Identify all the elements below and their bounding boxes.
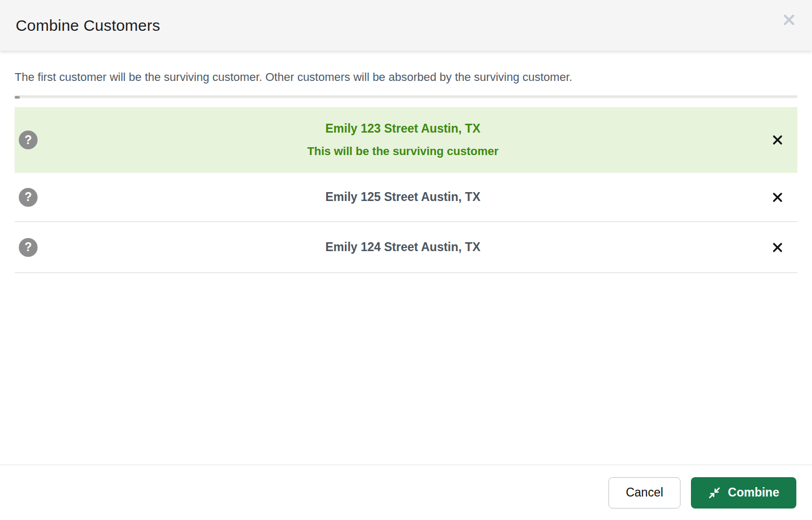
customer-info: Emily 123 Street Austin, TX This will be… [38,122,768,158]
remove-customer-icon[interactable] [768,131,787,149]
horizontal-scrollbar[interactable] [15,96,797,98]
cancel-button-label: Cancel [626,486,663,500]
customer-name: Emily 123 Street Austin, TX [48,122,758,136]
combine-customers-modal: Combine Customers The first customer wil… [0,0,812,273]
x-remove-glyph [772,192,783,203]
converging-arrows-icon [708,487,721,499]
modal-body: The first customer will be the surviving… [0,69,812,273]
close-icon[interactable] [780,10,798,29]
modal-description: The first customer will be the surviving… [15,69,797,85]
customer-row: ? Emily 124 Street Austin, TX [15,222,797,273]
cancel-button[interactable]: Cancel [608,477,680,509]
modal-footer: Cancel Combine [0,465,812,520]
question-mark-icon[interactable]: ? [19,238,38,257]
customer-info: Emily 124 Street Austin, TX [38,240,768,254]
question-mark-icon[interactable]: ? [19,188,38,207]
customer-row-surviving: ? Emily 123 Street Austin, TX This will … [15,107,797,173]
x-remove-glyph [772,134,783,146]
modal-header: Combine Customers [0,0,812,51]
combine-button[interactable]: Combine [691,477,796,509]
remove-customer-icon[interactable] [768,188,787,207]
remove-customer-icon[interactable] [768,238,787,257]
customer-row: ? Emily 125 Street Austin, TX [15,173,797,222]
x-remove-glyph [772,242,783,253]
customer-name: Emily 124 Street Austin, TX [48,240,758,254]
customer-info: Emily 125 Street Austin, TX [38,190,768,204]
combine-button-label: Combine [728,486,779,500]
scrollbar-thumb[interactable] [15,96,20,99]
modal-title: Combine Customers [16,17,160,34]
customer-list: ? Emily 123 Street Austin, TX This will … [15,107,797,273]
surviving-customer-note: This will be the surviving customer [48,145,758,158]
question-mark-icon[interactable]: ? [19,131,38,149]
close-x-glyph [782,13,796,27]
customer-name: Emily 125 Street Austin, TX [48,190,758,204]
